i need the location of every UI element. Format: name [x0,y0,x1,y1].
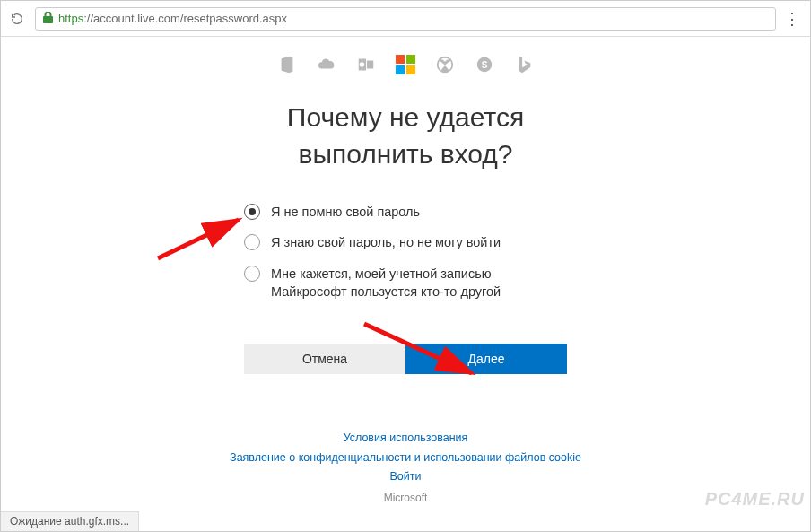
skype-icon: S [475,55,494,74]
browser-status-bar: Ожидание auth.gfx.ms... [1,511,139,531]
bing-icon [514,55,534,74]
svg-text:S: S [482,60,488,70]
radio-icon[interactable] [244,204,260,220]
svg-point-0 [361,64,363,66]
annotation-arrow [153,209,252,263]
outlook-icon [356,55,376,74]
option-label: Я не помню свой пароль [271,203,420,221]
option-know-password[interactable]: Я знаю свой пароль, но не могу войти [244,233,567,251]
footer-brand: Microsoft [1,492,810,504]
browser-menu-icon[interactable]: ⋮ [783,11,801,27]
page-content: S Почему не удается выполнить вход? Я не… [1,37,810,374]
option-label: Мне кажется, моей учетной записью Майкро… [271,265,567,301]
page-title: Почему не удается выполнить вход? [1,100,810,172]
radio-icon[interactable] [244,266,260,282]
radio-icon[interactable] [244,234,260,250]
button-row: Отмена Далее [244,344,567,374]
office-icon [277,55,297,74]
footer-signin-link[interactable]: Войти [1,467,810,486]
option-hacked[interactable]: Мне кажется, моей учетной записью Майкро… [244,265,567,301]
option-label: Я знаю свой пароль, но не могу войти [271,233,501,251]
cancel-button[interactable]: Отмена [244,344,406,374]
lock-icon [43,12,53,26]
xbox-icon [435,55,455,74]
reason-options: Я не помню свой пароль Я знаю свой парол… [244,203,567,301]
microsoft-logo [396,55,415,74]
address-bar[interactable]: https://account.live.com/resetpassword.a… [35,7,776,31]
services-icon-row: S [1,55,810,74]
browser-toolbar: https://account.live.com/resetpassword.a… [1,1,810,37]
onedrive-icon [317,55,336,74]
footer-privacy-link[interactable]: Заявление о конфиденциальности и использ… [1,449,810,467]
next-button[interactable]: Далее [406,344,567,374]
option-forgot-password[interactable]: Я не помню свой пароль [244,203,567,221]
url-text: https://account.live.com/resetpassword.a… [58,12,287,25]
watermark: PC4ME.RU [705,489,805,510]
svg-line-4 [158,220,239,258]
footer-terms-link[interactable]: Условия использования [1,429,810,448]
reload-icon[interactable] [10,12,28,26]
page-footer: Условия использования Заявление о конфид… [1,429,810,504]
